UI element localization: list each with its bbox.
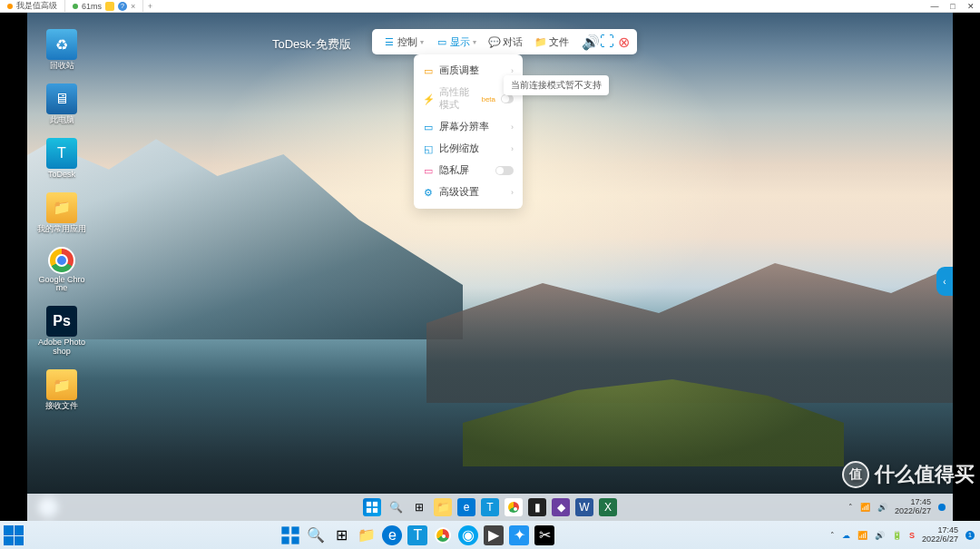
window-close-button[interactable]: ✕ <box>962 2 980 11</box>
chevron-right-icon: › <box>511 123 514 132</box>
svg-rect-7 <box>292 536 299 544</box>
photoshop-icon[interactable]: Ps Adobe Photoshop <box>36 306 87 357</box>
app-icon[interactable]: ✦ <box>509 525 529 545</box>
edge-icon[interactable]: e <box>382 525 402 545</box>
start-button[interactable] <box>280 525 300 545</box>
menu-privacy[interactable]: ▭ 隐私屏 <box>414 160 523 181</box>
svg-rect-0 <box>367 502 371 506</box>
svg-rect-5 <box>292 526 299 534</box>
word-icon[interactable]: W <box>575 498 593 516</box>
taskview-icon[interactable]: ⊞ <box>410 498 428 516</box>
chrome-logo-icon <box>48 247 75 274</box>
disconnect-button[interactable]: ⊗ <box>615 34 632 50</box>
layers-icon: ☰ <box>384 36 395 47</box>
capcut-icon[interactable]: ✂ <box>534 525 554 545</box>
menu-scale[interactable]: ◱ 比例缩放 › <box>414 138 523 160</box>
edge-icon[interactable]: e <box>457 498 475 516</box>
remote-clock[interactable]: 17:45 2022/6/27 <box>895 498 931 516</box>
tray-app-icon[interactable]: S <box>909 531 915 540</box>
chrome-icon[interactable] <box>433 525 453 545</box>
media-icon[interactable]: ▶ <box>484 525 504 545</box>
menu-advanced[interactable]: ⚙ 高级设置 › <box>414 181 523 203</box>
host-tab-2[interactable]: 61ms ? × <box>65 0 143 12</box>
tray-chevron-icon[interactable]: ˄ <box>830 531 835 540</box>
chrome-taskbar-icon[interactable] <box>505 498 523 516</box>
folder-icon: 📁 <box>46 192 77 223</box>
search-icon[interactable]: 🔍 <box>387 498 405 516</box>
app-icon-1[interactable]: ◆ <box>552 498 570 516</box>
folder-received-icon[interactable]: 📁 接收文件 <box>36 369 87 411</box>
outer-taskbar: 🔍 ⊞ 📁 e T ◉ ▶ ✦ ✂ ˄ ☁ 📶 🔊 🔋 S 17:45 2022… <box>0 521 980 549</box>
btn-label: 控制 <box>397 35 417 49</box>
host-tab-1[interactable]: 我是值高级 <box>0 0 65 12</box>
todesk-taskbar-icon[interactable]: T <box>407 525 427 545</box>
tab-close-icon[interactable]: × <box>131 2 135 11</box>
quality-icon: ▭ <box>423 65 434 76</box>
dell-icon[interactable]: ◉ <box>458 525 478 545</box>
edge-expand-button[interactable]: ‹ <box>936 267 953 296</box>
host-tabstrip: 我是值高级 61ms ? × + — □ ✕ <box>0 0 980 13</box>
svg-rect-4 <box>282 526 289 534</box>
toggle-switch[interactable] <box>495 166 514 175</box>
icon-label: 我的常用应用 <box>37 225 86 234</box>
todesk-taskbar-icon[interactable]: T <box>481 498 499 516</box>
desktop-icons: ♻ 回收站 🖥 此电脑 T ToDesk 📁 我的常用应用 Google Chr… <box>36 29 91 411</box>
mi-label: 屏幕分辨率 <box>439 121 489 133</box>
tray-sound-icon[interactable]: 🔊 <box>877 503 887 512</box>
tray-sound-icon[interactable]: 🔊 <box>875 531 885 540</box>
explorer-icon[interactable]: 📁 <box>357 525 377 545</box>
chrome-icon[interactable]: Google Chrome <box>36 247 87 294</box>
badge-icon <box>105 2 114 11</box>
icon-label: 接收文件 <box>45 402 78 411</box>
chevron-right-icon: › <box>511 144 514 153</box>
taskview-icon[interactable]: ⊞ <box>331 525 351 545</box>
btn-label: 文件 <box>549 35 569 49</box>
ps-logo-icon: Ps <box>46 306 77 337</box>
search-icon[interactable]: 🔍 <box>306 525 326 545</box>
outer-start-button[interactable] <box>4 525 24 545</box>
explorer-icon[interactable]: 📁 <box>434 498 452 516</box>
toolbar-file-button[interactable]: 📁 文件 <box>529 35 575 49</box>
remote-taskbar: 🔍 ⊞ 📁 e T ▮ ◆ W X ˄ 📶 🔊 17:45 2022/6/27 <box>27 494 953 521</box>
tray-onedrive-icon[interactable]: ☁ <box>842 531 850 540</box>
toolbar-display-button[interactable]: ▭ 显示 ▾ <box>430 35 483 49</box>
notification-badge-icon[interactable]: 1 <box>965 531 975 540</box>
remote-start-button[interactable] <box>363 498 381 516</box>
trash-icon: ♻ <box>46 29 77 60</box>
folder-icon: 📁 <box>535 36 546 47</box>
window-minimize-button[interactable]: — <box>926 2 944 11</box>
btn-label: 显示 <box>450 35 470 49</box>
signal-icon <box>73 4 78 9</box>
svg-rect-2 <box>367 508 371 513</box>
tray-chevron-icon[interactable]: ˄ <box>848 503 853 512</box>
recycle-bin-icon[interactable]: ♻ 回收站 <box>36 29 87 71</box>
chevron-right-icon: › <box>511 188 514 197</box>
notification-icon[interactable] <box>938 504 946 511</box>
tray-network-icon[interactable]: 📶 <box>860 503 870 512</box>
toolbar-control-button[interactable]: ☰ 控制 ▾ <box>377 35 430 49</box>
fullscreen-button[interactable]: ⛶ <box>599 34 615 50</box>
todesk-app-icon[interactable]: T ToDesk <box>36 138 87 180</box>
svg-rect-3 <box>373 508 377 513</box>
mi-label: 画质调整 <box>439 64 479 77</box>
toggle-switch <box>501 94 514 103</box>
tab-indicator-icon <box>7 4 13 9</box>
icon-label: Google Chrome <box>36 276 87 294</box>
excel-icon[interactable]: X <box>599 498 617 516</box>
window-maximize-button[interactable]: □ <box>944 2 962 11</box>
icon-label: Adobe Photoshop <box>36 338 87 357</box>
scale-icon: ◱ <box>423 143 434 154</box>
folder-apps-icon[interactable]: 📁 我的常用应用 <box>36 192 87 234</box>
tray-battery-icon[interactable]: 🔋 <box>892 531 902 540</box>
terminal-icon[interactable]: ▮ <box>528 498 546 516</box>
icon-label: ToDesk <box>48 171 75 180</box>
new-tab-button[interactable]: + <box>143 2 156 11</box>
mi-label: 比例缩放 <box>439 142 479 155</box>
toolbar-dialog-button[interactable]: 💬 对话 <box>483 35 529 49</box>
tray-network-icon[interactable]: 📶 <box>858 531 867 540</box>
menu-resolution[interactable]: ▭ 屏幕分辨率 › <box>414 116 523 138</box>
host-tab-label: 我是值高级 <box>16 0 57 12</box>
this-pc-icon[interactable]: 🖥 此电脑 <box>36 83 87 125</box>
sound-button[interactable]: 🔊 <box>583 34 599 50</box>
outer-clock[interactable]: 17:45 2022/6/27 <box>922 526 958 544</box>
